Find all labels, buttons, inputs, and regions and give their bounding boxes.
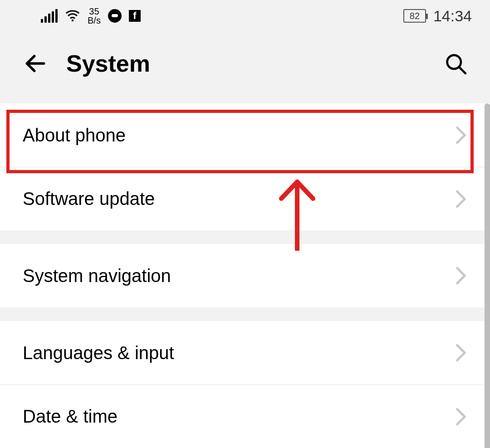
row-label: Languages & input [23, 343, 455, 363]
row-system-navigation[interactable]: System navigation [0, 244, 490, 307]
row-languages-input[interactable]: Languages & input [0, 321, 490, 385]
battery-level: 82 [410, 11, 420, 21]
wifi-icon [65, 8, 80, 24]
settings-group: System navigation [0, 244, 490, 307]
chevron-right-icon [455, 190, 467, 208]
row-label: Software update [23, 189, 455, 209]
signal-icon [41, 9, 58, 23]
row-label: Date & time [23, 406, 455, 427]
chevron-right-icon [455, 408, 467, 426]
messenger-icon [108, 9, 122, 23]
chevron-right-icon [455, 344, 467, 362]
speed-value: 35 [88, 7, 101, 16]
row-software-update[interactable]: Software update [0, 167, 490, 230]
status-right: 82 14:34 [403, 7, 472, 25]
settings-group: Languages & input Date & time [0, 321, 490, 448]
row-label: System navigation [23, 266, 455, 286]
battery-icon: 82 [403, 9, 426, 23]
page-title: System [66, 50, 426, 77]
header: System [0, 32, 490, 95]
clock: 14:34 [433, 7, 472, 25]
search-button[interactable] [444, 52, 467, 75]
scrollbar[interactable] [485, 103, 490, 448]
content: About phone Software update System navig… [0, 103, 490, 448]
network-speed: 35 B/s [88, 7, 101, 25]
row-date-time[interactable]: Date & time [0, 385, 490, 448]
row-about-phone[interactable]: About phone [0, 103, 490, 167]
row-label: About phone [23, 125, 455, 146]
speed-unit: B/s [88, 16, 101, 25]
status-bar: 35 B/s f 82 14:34 [0, 0, 490, 32]
chevron-right-icon [455, 267, 467, 285]
status-left: 35 B/s f [41, 7, 141, 25]
back-button[interactable] [23, 51, 48, 76]
svg-point-0 [72, 19, 74, 22]
settings-group: About phone Software update [0, 103, 490, 230]
chevron-right-icon [455, 126, 467, 144]
facebook-icon: f [129, 10, 141, 22]
